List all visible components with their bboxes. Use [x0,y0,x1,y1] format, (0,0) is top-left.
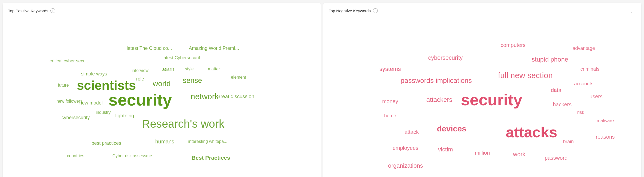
word-item: critical cyber secu... [50,58,89,64]
word-item: criminals [581,66,599,72]
word-item: home [384,113,396,119]
word-item: countries [67,154,84,158]
positive-more-menu[interactable]: ⋮ [307,7,315,14]
word-item: element [231,75,246,80]
word-item: latest Cybersecurit... [162,55,204,61]
word-item: work [513,151,525,158]
positive-panel-title: Top Positive Keywords [8,9,48,13]
word-item: advantage [573,45,595,51]
negative-info-icon[interactable]: i [373,8,378,13]
word-item: devices [437,124,466,133]
word-item: new model [79,100,103,106]
word-item: interview [132,68,149,73]
word-item: scientists [77,78,136,92]
word-item: lightning [115,113,134,119]
word-item: million [475,150,490,156]
word-item: employees [393,145,419,151]
word-item: best practices [92,140,121,146]
word-item: style [185,67,194,71]
word-item: world [153,79,171,88]
word-item: cybersecurity [61,115,90,120]
word-item: stupid phone [532,56,568,63]
word-item: interesting whitepa... [188,139,227,144]
word-item: hackers [553,102,572,108]
negative-panel: Top Negative Keywords i ⋮ securityattack… [323,3,641,177]
word-item: Best Practices [192,155,230,161]
word-item: computers [501,42,526,48]
word-item: brain [563,139,574,144]
word-item: sense [183,76,202,85]
word-item: attack [404,129,419,135]
panels-container: Top Positive Keywords i ⋮ securityResear… [3,3,641,177]
word-item: network [191,92,219,101]
word-item: future [58,83,69,88]
word-item: systems [379,66,401,73]
positive-word-cloud: securityResearch's workscientistsnetwork… [8,16,315,177]
word-item: risk [577,110,584,115]
word-item: matter [208,67,220,71]
word-item: simple ways [81,71,107,77]
word-item: organizations [388,162,423,169]
word-item: full new section [498,71,553,80]
negative-title-group: Top Negative Keywords i [329,8,378,13]
word-item: industry [96,110,111,115]
positive-panel: Top Positive Keywords i ⋮ securityResear… [3,3,321,177]
word-item: money [382,98,398,104]
negative-panel-title: Top Negative Keywords [329,9,371,13]
word-item: users [590,94,603,100]
negative-panel-header: Top Negative Keywords i ⋮ [329,7,636,14]
word-item: victim [438,146,453,153]
word-item: password [545,155,568,161]
word-item: security [108,90,172,109]
positive-info-icon[interactable]: i [50,8,55,13]
word-item: security [461,91,522,109]
negative-more-menu[interactable]: ⋮ [627,7,636,14]
word-item: humans [155,139,174,145]
negative-word-cloud: securityattacksattackersdevicespasswords… [329,16,636,177]
word-item: Research's work [142,118,224,130]
positive-title-group: Top Positive Keywords i [8,8,55,13]
word-item: cybersecurity [428,54,463,61]
word-item: attackers [426,96,452,103]
word-item: Great discussion [217,94,255,99]
word-item: attacks [506,123,557,140]
word-item: new followers [57,99,82,104]
word-item: accounts [574,81,593,86]
word-item: Amazing World Premi... [189,45,239,51]
word-item: team [161,66,174,73]
word-item: Cyber risk assessme... [112,154,156,158]
word-item: data [551,87,561,93]
word-item: role [136,76,144,82]
word-item: passwords implications [401,76,472,85]
positive-panel-header: Top Positive Keywords i ⋮ [8,7,315,14]
word-item: latest The Cloud co... [127,45,172,51]
word-item: reasons [596,134,615,140]
word-item: malware [597,118,614,123]
